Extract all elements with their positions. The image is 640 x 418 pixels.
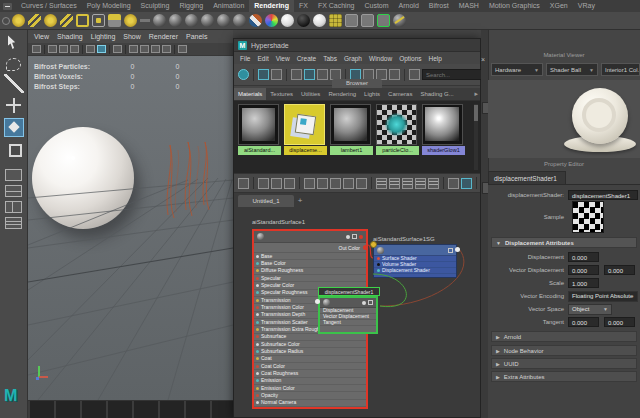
attr-row-tangent[interactable]: Tangent	[320, 320, 376, 326]
shelf-tab-animation[interactable]: Animation	[208, 0, 249, 12]
rainbow-shelf-icon[interactable]	[265, 14, 278, 27]
out-color-port[interactable]: Out Color	[254, 243, 366, 253]
material-swatch[interactable]	[330, 104, 371, 145]
node-toolbar-icon-frame[interactable]	[284, 178, 295, 189]
area-shelf-icon[interactable]	[76, 14, 89, 27]
property-value-field[interactable]: 0.000	[604, 265, 635, 275]
hypershade-menu-tabs[interactable]: Tabs	[323, 55, 337, 62]
node-toolbar-icon-up[interactable]	[343, 178, 354, 189]
hypershade-toolbar-icon[interactable]	[389, 69, 400, 80]
shelf-tab-sculpting[interactable]: Sculpting	[136, 0, 175, 12]
node-expand-icon[interactable]	[448, 248, 453, 253]
sphere-shelf-icon[interactable]	[153, 14, 166, 27]
property-value-field[interactable]: 1.000	[568, 278, 599, 288]
attr-row-diffuse-roughness[interactable]: Diffuse Roughness	[254, 268, 366, 275]
displacement-input-dot[interactable]	[315, 299, 320, 304]
displacement-attributes-section[interactable]: ▼Displacement Attributes	[491, 237, 637, 248]
browser-tab-shading-g[interactable]: Shading G...	[416, 88, 457, 100]
node-toolbar-icon-search[interactable]	[448, 178, 459, 189]
environment-dropdown[interactable]: Interior1 Col...	[601, 63, 640, 76]
browser-panel-tab[interactable]: Browser	[332, 79, 382, 88]
browser-tab-rendering[interactable]: Rendering	[324, 88, 360, 100]
sg-input-dot[interactable]	[370, 241, 377, 248]
viewport-toolbar-icon[interactable]	[48, 45, 57, 53]
node-expand-icon[interactable]	[368, 300, 373, 305]
box-shelf-icon[interactable]	[361, 14, 374, 27]
browser-tab-cameras[interactable]: Cameras	[384, 88, 416, 100]
sg-node-header[interactable]	[374, 245, 456, 256]
sphere-shelf-icon[interactable]	[201, 14, 214, 27]
material-item-particleclo[interactable]: particleClo...	[376, 104, 419, 170]
attr-row-coat[interactable]: Coat	[254, 356, 366, 363]
hypershade-menu-create[interactable]: Create	[297, 55, 317, 62]
blade-shelf-icon[interactable]	[60, 14, 73, 27]
shelf-tab-fx-caching[interactable]: FX Caching	[313, 0, 360, 12]
renderer-dropdown[interactable]: Hardware ▼	[491, 63, 543, 76]
property-value-field[interactable]: 0.000	[568, 252, 599, 262]
shelf-tab-curves-surfaces[interactable]: Curves / Surfaces	[16, 0, 82, 12]
sun-shelf-icon[interactable]	[12, 14, 25, 27]
node-toolbar-icon-lines[interactable]	[402, 178, 413, 189]
hypershade-menu-edit[interactable]: Edit	[257, 55, 268, 62]
shelf-menu-icon[interactable]	[3, 3, 12, 10]
scale-tool[interactable]	[4, 140, 24, 159]
hypershade-toolbar-icon[interactable]	[409, 69, 420, 80]
node-displacement-shader[interactable]: DisplacementVector DisplacementTangent	[318, 296, 378, 334]
browser-tab-lights[interactable]: Lights	[360, 88, 384, 100]
green-box-shelf-icon[interactable]	[377, 14, 390, 27]
boxed-shelf-icon[interactable]	[92, 14, 105, 27]
sphere-shelf-icon[interactable]	[185, 14, 198, 27]
four-pane-button[interactable]	[5, 185, 22, 197]
coil-shelf-icon[interactable]	[124, 14, 137, 27]
hypershade-menu-options[interactable]: Options	[399, 55, 421, 62]
viewport-toolbar-icon[interactable]	[129, 45, 138, 53]
material-item-lambert1[interactable]: lambert1	[330, 104, 373, 170]
node-shading-group[interactable]: Surface ShaderVolume ShaderDisplacement …	[373, 244, 457, 278]
material-item-shaderglow1[interactable]: shaderGlow1	[422, 104, 465, 170]
node-toolbar-icon-lines[interactable]	[389, 178, 400, 189]
sample-swatch[interactable]	[572, 201, 604, 233]
shelf-tab-mash[interactable]: MASH	[454, 0, 484, 12]
hypershade-menu-view[interactable]: View	[276, 55, 290, 62]
lasso-tool[interactable]	[6, 58, 21, 71]
attr-row-normal-camera[interactable]: Normal Camera	[254, 400, 366, 407]
node-toolbar-icon-teal[interactable]	[461, 178, 472, 189]
property-value-field[interactable]: 0.000	[568, 265, 599, 275]
sphere-shelf-icon[interactable]	[169, 14, 182, 27]
viewport-toolbar-icon[interactable]	[32, 45, 41, 53]
hypershade-toolbar-icon[interactable]	[304, 69, 315, 80]
hypershade-menu-file[interactable]: File	[240, 55, 250, 62]
node-expand-icon[interactable]	[352, 234, 357, 239]
viewport-menu-shading[interactable]: Shading	[57, 33, 83, 40]
select-tool[interactable]	[4, 33, 24, 52]
viewport-toolbar-icon[interactable]	[86, 45, 95, 53]
property-select[interactable]: Object▼	[568, 304, 612, 315]
viewport-toolbar-icon[interactable]	[113, 45, 122, 53]
viewport-menu-show[interactable]: Show	[123, 33, 141, 40]
node-toolbar-icon-input[interactable]	[258, 178, 269, 189]
node-toolbar-icon-right[interactable]	[330, 178, 341, 189]
hypershade-toolbar-icon[interactable]	[238, 69, 249, 80]
graph-tab-untitled[interactable]: Untitled_1	[238, 195, 294, 207]
hypershade-toolbar-icon[interactable]	[291, 69, 302, 80]
section-arnold[interactable]: ▶Arnold	[491, 331, 637, 342]
section-extra-attributes[interactable]: ▶Extra Attributes	[491, 371, 637, 382]
slash-sphere-shelf-icon[interactable]	[393, 14, 406, 27]
material-item-displaceme[interactable]: displaceme...	[284, 104, 327, 170]
sphere-shelf-icon[interactable]	[233, 14, 246, 27]
star-shelf-icon[interactable]	[44, 14, 57, 27]
node-state-dot[interactable]	[362, 301, 366, 305]
scene-sphere[interactable]	[32, 127, 134, 229]
surface-node-header[interactable]	[254, 231, 366, 243]
viewport-toolbar-icon[interactable]	[178, 45, 187, 53]
hypershade-toolbar-icon[interactable]	[317, 69, 328, 80]
sphere-shelf-icon[interactable]	[217, 14, 230, 27]
node-toolbar-icon-lines[interactable]	[376, 178, 387, 189]
shelf-tab-rigging[interactable]: Rigging	[174, 0, 208, 12]
viewport-toolbar-icon[interactable]	[151, 45, 160, 53]
lightbox-shelf-icon[interactable]	[108, 14, 121, 27]
material-swatch[interactable]	[376, 104, 417, 145]
shelf-tab-arnold[interactable]: Arnold	[394, 0, 424, 12]
shelf-tab-vray[interactable]: VRay	[573, 0, 600, 12]
node-close-dot[interactable]	[359, 235, 363, 239]
